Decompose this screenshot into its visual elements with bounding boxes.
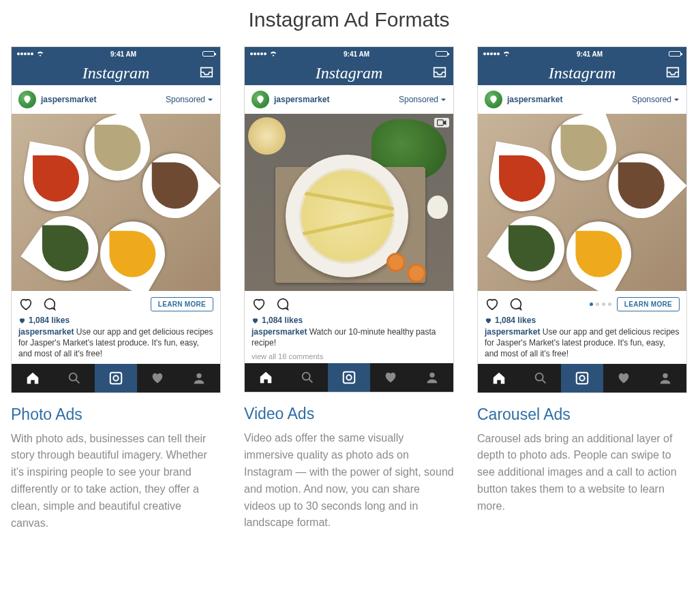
battery-icon <box>436 51 448 57</box>
tab-search[interactable] <box>286 363 328 392</box>
ad-formats-row: 9:41 AM Instagram jaspersmarket <box>11 46 687 532</box>
caption-username[interactable]: jaspersmarket <box>252 327 307 337</box>
tab-activity[interactable] <box>137 364 179 392</box>
video-badge-icon <box>434 118 449 127</box>
tab-camera[interactable] <box>328 363 369 392</box>
like-icon[interactable] <box>485 296 500 311</box>
like-icon[interactable] <box>252 296 267 311</box>
post-caption: jaspersmarket Use our app and get delici… <box>478 325 686 364</box>
sponsored-text: Sponsored <box>399 95 438 104</box>
tab-home[interactable] <box>245 363 286 392</box>
cta-button[interactable]: LEARN MORE <box>617 297 680 311</box>
likes-text: 1,084 likes <box>29 315 70 325</box>
phone-mock-carousel: 9:41 AM Instagram jaspersmarket <box>477 46 687 393</box>
phone-mock-photo: 9:41 AM Instagram jaspersmarket <box>11 46 221 393</box>
svg-point-2 <box>113 375 118 380</box>
post-header: jaspersmarket Sponsored <box>478 85 686 114</box>
likes-row[interactable]: 1,084 likes <box>478 315 686 325</box>
wifi-icon <box>502 51 511 57</box>
post-actions: LEARN MORE <box>12 291 220 315</box>
tab-search[interactable] <box>53 364 95 392</box>
tab-camera[interactable] <box>561 364 603 392</box>
status-bar: 9:41 AM <box>478 47 686 61</box>
app-header: Instagram <box>245 61 453 85</box>
tab-search[interactable] <box>519 364 561 392</box>
post-actions: LEARN MORE <box>478 291 686 315</box>
tab-home[interactable] <box>478 364 519 392</box>
caption-username[interactable]: jaspersmarket <box>485 327 540 337</box>
svg-rect-4 <box>438 120 444 125</box>
app-header: Instagram <box>478 61 686 85</box>
tab-home[interactable] <box>12 364 53 392</box>
comment-icon[interactable] <box>42 296 57 311</box>
inbox-icon[interactable] <box>433 66 446 81</box>
photo-ads-column: 9:41 AM Instagram jaspersmarket <box>11 46 221 532</box>
heart-filled-icon <box>485 317 492 324</box>
caption-username[interactable]: jaspersmarket <box>18 327 74 337</box>
inbox-icon[interactable] <box>200 66 213 81</box>
likes-row[interactable]: 1,084 likes <box>245 315 453 325</box>
view-comments-link[interactable]: view all 18 comments <box>245 352 453 363</box>
pager-dot <box>602 303 605 306</box>
post-header: jaspersmarket Sponsored <box>245 85 453 114</box>
page-title: Instagram Ad Formats <box>11 8 687 31</box>
svg-rect-1 <box>110 372 122 384</box>
tab-activity[interactable] <box>603 364 645 392</box>
inbox-icon[interactable] <box>666 66 680 81</box>
pager-dot-active <box>590 303 593 306</box>
phone-mock-video: 9:41 AM Instagram jaspersmarket <box>244 46 454 392</box>
post-media-carousel[interactable] <box>478 114 686 291</box>
instagram-logo: Instagram <box>316 64 383 82</box>
heart-filled-icon <box>18 317 26 324</box>
svg-point-8 <box>430 373 435 378</box>
status-bar: 9:41 AM <box>245 47 453 61</box>
comment-icon[interactable] <box>508 296 523 311</box>
svg-point-11 <box>579 375 584 380</box>
comment-icon[interactable] <box>275 296 290 311</box>
tab-profile[interactable] <box>179 364 220 392</box>
svg-point-7 <box>346 375 351 380</box>
sponsored-label[interactable]: Sponsored <box>632 95 680 104</box>
like-icon[interactable] <box>18 296 33 311</box>
status-bar: 9:41 AM <box>12 47 220 61</box>
username-label[interactable]: jaspersmarket <box>41 95 96 104</box>
ad-type-title: Carousel Ads <box>477 405 687 424</box>
likes-row[interactable]: 1,084 likes <box>12 315 220 325</box>
tab-activity[interactable] <box>370 363 412 392</box>
svg-point-9 <box>535 373 543 380</box>
tab-camera[interactable] <box>95 364 136 392</box>
signal-dots-icon <box>250 52 267 55</box>
signal-dots-icon <box>17 52 33 55</box>
post-media-photo[interactable] <box>12 114 220 291</box>
tab-profile[interactable] <box>645 364 686 392</box>
username-label[interactable]: jaspersmarket <box>507 95 562 104</box>
svg-rect-6 <box>344 372 355 384</box>
battery-icon <box>202 51 215 57</box>
tab-profile[interactable] <box>412 363 453 392</box>
svg-point-3 <box>197 373 202 378</box>
avatar[interactable] <box>18 91 36 108</box>
post-caption: jaspersmarket Watch our 10-minute health… <box>245 325 453 352</box>
svg-point-5 <box>302 373 309 380</box>
instagram-logo: Instagram <box>82 64 150 82</box>
cta-button[interactable]: LEARN MORE <box>151 297 213 311</box>
chevron-down-icon <box>673 97 680 103</box>
status-clock: 9:41 AM <box>110 50 136 58</box>
ad-type-title: Photo Ads <box>11 405 221 424</box>
sponsored-label[interactable]: Sponsored <box>166 95 213 104</box>
post-media-video[interactable] <box>245 114 453 291</box>
post-actions <box>245 291 453 315</box>
avatar[interactable] <box>485 91 502 108</box>
username-label[interactable]: jaspersmarket <box>274 95 329 104</box>
battery-icon <box>669 51 681 57</box>
avatar[interactable] <box>252 91 269 108</box>
sponsored-text: Sponsored <box>166 95 205 104</box>
signal-dots-icon <box>483 52 500 55</box>
carousel-pagination <box>590 303 611 306</box>
pager-dot <box>596 303 599 306</box>
svg-point-0 <box>69 373 76 380</box>
wifi-icon <box>269 51 277 57</box>
sponsored-label[interactable]: Sponsored <box>399 95 446 104</box>
tab-bar <box>12 364 220 392</box>
carousel-ads-column: 9:41 AM Instagram jaspersmarket <box>477 46 687 532</box>
